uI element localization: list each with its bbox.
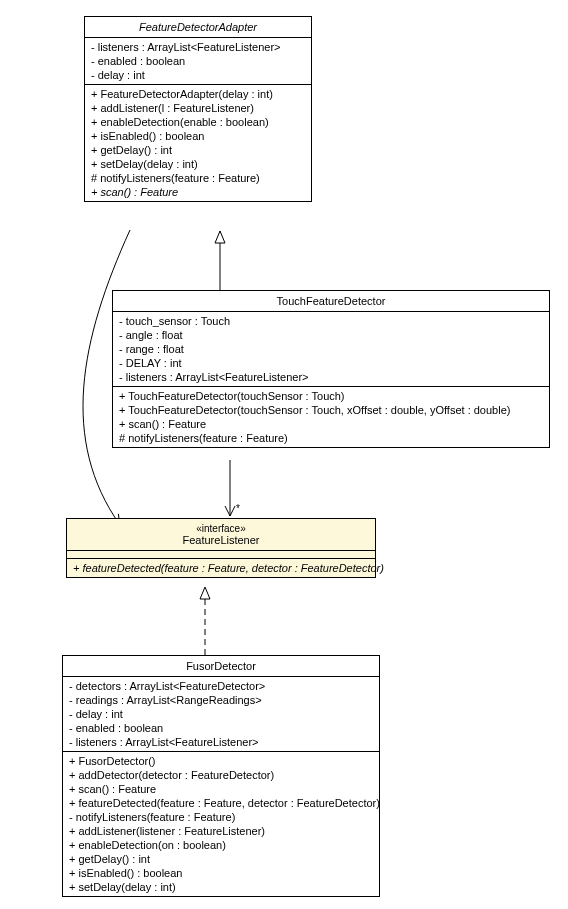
attributes-section bbox=[67, 551, 375, 559]
stereotype: «interface» bbox=[73, 523, 369, 534]
attribute: - detectors : ArrayList<FeatureDetector> bbox=[69, 679, 373, 693]
class-title: FusorDetector bbox=[63, 656, 379, 677]
class-name: FusorDetector bbox=[69, 660, 373, 672]
operation: + FusorDetector() bbox=[69, 754, 373, 768]
operation: + enableDetection(on : boolean) bbox=[69, 838, 373, 852]
class-fusor-detector: FusorDetector - detectors : ArrayList<Fe… bbox=[62, 655, 380, 897]
operation: + TouchFeatureDetector(touchSensor : Tou… bbox=[119, 403, 543, 417]
class-title: FeatureDetectorAdapter bbox=[85, 17, 311, 38]
operation: - notifyListeners(feature : Feature) bbox=[69, 810, 373, 824]
attribute: - delay : int bbox=[91, 68, 305, 82]
operation: + addListener(listener : FeatureListener… bbox=[69, 824, 373, 838]
attribute: - DELAY : int bbox=[119, 356, 543, 370]
class-title: «interface» FeatureListener bbox=[67, 519, 375, 551]
operation: + scan() : Feature bbox=[119, 417, 543, 431]
interface-feature-listener: «interface» FeatureListener + featureDet… bbox=[66, 518, 376, 578]
class-name: FeatureDetectorAdapter bbox=[91, 21, 305, 33]
operation: + addListener(l : FeatureListener) bbox=[91, 101, 305, 115]
operation: + getDelay() : int bbox=[91, 143, 305, 157]
attribute: - touch_sensor : Touch bbox=[119, 314, 543, 328]
operation: + scan() : Feature bbox=[69, 782, 373, 796]
attribute: - angle : float bbox=[119, 328, 543, 342]
operation: + isEnabled() : boolean bbox=[69, 866, 373, 880]
class-name: FeatureListener bbox=[73, 534, 369, 546]
attribute: - readings : ArrayList<RangeReadings> bbox=[69, 693, 373, 707]
operations-section: + TouchFeatureDetector(touchSensor : Tou… bbox=[113, 387, 549, 447]
attributes-section: - listeners : ArrayList<FeatureListener>… bbox=[85, 38, 311, 85]
attributes-section: - detectors : ArrayList<FeatureDetector>… bbox=[63, 677, 379, 752]
operation: # notifyListeners(feature : Feature) bbox=[91, 171, 305, 185]
attribute: - listeners : ArrayList<FeatureListener> bbox=[119, 370, 543, 384]
operations-section: + FusorDetector() + addDetector(detector… bbox=[63, 752, 379, 896]
operation: # notifyListeners(feature : Feature) bbox=[119, 431, 543, 445]
operation: + scan() : Feature bbox=[91, 185, 305, 199]
attribute: - range : float bbox=[119, 342, 543, 356]
class-feature-detector-adapter: FeatureDetectorAdapter - listeners : Arr… bbox=[84, 16, 312, 202]
attribute: - enabled : boolean bbox=[69, 721, 373, 735]
operation: + isEnabled() : boolean bbox=[91, 129, 305, 143]
operation: + setDelay(delay : int) bbox=[69, 880, 373, 894]
operation: + TouchFeatureDetector(touchSensor : Tou… bbox=[119, 389, 543, 403]
class-touch-feature-detector: TouchFeatureDetector - touch_sensor : To… bbox=[112, 290, 550, 448]
operation: + enableDetection(enable : boolean) bbox=[91, 115, 305, 129]
attribute: - listeners : ArrayList<FeatureListener> bbox=[91, 40, 305, 54]
operations-section: + FeatureDetectorAdapter(delay : int) + … bbox=[85, 85, 311, 201]
class-title: TouchFeatureDetector bbox=[113, 291, 549, 312]
attribute: - delay : int bbox=[69, 707, 373, 721]
operation: + setDelay(delay : int) bbox=[91, 157, 305, 171]
class-name: TouchFeatureDetector bbox=[119, 295, 543, 307]
operations-section: + featureDetected(feature : Feature, det… bbox=[67, 559, 375, 577]
attribute: - enabled : boolean bbox=[91, 54, 305, 68]
attributes-section: - touch_sensor : Touch - angle : float -… bbox=[113, 312, 549, 387]
operation: + featureDetected(feature : Feature, det… bbox=[73, 561, 369, 575]
operation: + featureDetected(feature : Feature, det… bbox=[69, 796, 373, 810]
operation: + getDelay() : int bbox=[69, 852, 373, 866]
operation: + addDetector(detector : FeatureDetector… bbox=[69, 768, 373, 782]
operation: + FeatureDetectorAdapter(delay : int) bbox=[91, 87, 305, 101]
attribute: - listeners : ArrayList<FeatureListener> bbox=[69, 735, 373, 749]
multiplicity-star: * bbox=[236, 503, 240, 514]
